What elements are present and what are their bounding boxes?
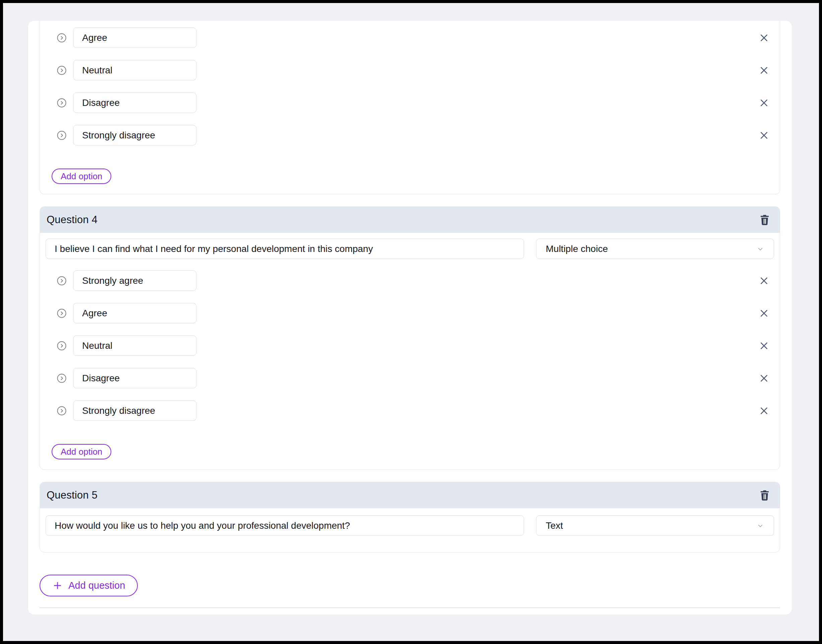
option-row bbox=[46, 336, 774, 356]
remove-option-icon[interactable] bbox=[759, 98, 769, 108]
option-row bbox=[46, 92, 774, 113]
option-input[interactable] bbox=[73, 303, 197, 324]
option-row bbox=[46, 303, 774, 324]
option-row bbox=[46, 28, 774, 48]
remove-option-icon[interactable] bbox=[759, 130, 769, 140]
question-row: Text bbox=[46, 515, 774, 536]
option-input[interactable] bbox=[73, 336, 197, 356]
option-row bbox=[46, 368, 774, 388]
options-list bbox=[46, 28, 774, 146]
remove-option-icon[interactable] bbox=[759, 276, 769, 286]
chevron-down-icon bbox=[756, 244, 765, 254]
remove-option-icon[interactable] bbox=[759, 33, 769, 43]
add-question-button[interactable]: Add question bbox=[40, 575, 138, 596]
chevron-right-circle-icon[interactable] bbox=[57, 65, 67, 75]
option-row bbox=[46, 270, 774, 291]
chevron-right-circle-icon[interactable] bbox=[57, 276, 67, 286]
question-card-3: Add option bbox=[40, 21, 780, 194]
question-type-value: Multiple choice bbox=[546, 244, 608, 254]
question-card-4: Question 4 Multiple choice bbox=[40, 206, 780, 470]
chevron-right-circle-icon[interactable] bbox=[57, 98, 67, 108]
remove-option-icon[interactable] bbox=[759, 373, 769, 383]
remove-option-icon[interactable] bbox=[759, 308, 769, 318]
question-type-value: Text bbox=[546, 520, 563, 531]
options-list bbox=[46, 270, 774, 421]
option-row bbox=[46, 60, 774, 80]
option-row bbox=[46, 125, 774, 146]
question-text-input[interactable] bbox=[46, 515, 524, 536]
option-input[interactable] bbox=[73, 368, 197, 388]
question-type-select[interactable]: Text bbox=[536, 515, 774, 536]
question-row: Multiple choice bbox=[46, 239, 774, 259]
plus-icon bbox=[52, 580, 63, 591]
option-row bbox=[46, 400, 774, 421]
chevron-right-circle-icon[interactable] bbox=[57, 33, 67, 43]
chevron-right-circle-icon[interactable] bbox=[57, 130, 67, 140]
delete-question-button[interactable] bbox=[759, 214, 771, 226]
add-option-button[interactable]: Add option bbox=[52, 169, 111, 184]
question-text-input[interactable] bbox=[46, 239, 524, 259]
remove-option-icon[interactable] bbox=[759, 65, 769, 75]
question-card-header: Question 4 bbox=[40, 207, 780, 233]
chevron-down-icon bbox=[756, 521, 765, 531]
chevron-right-circle-icon[interactable] bbox=[57, 341, 67, 351]
add-question-label: Add question bbox=[68, 580, 125, 591]
remove-option-icon[interactable] bbox=[759, 341, 769, 351]
question-card-header: Question 5 bbox=[40, 482, 780, 508]
survey-editor-panel: Add option Question 4 Multiple choice bbox=[28, 21, 792, 615]
question-card-5: Question 5 Text bbox=[40, 482, 780, 552]
option-input[interactable] bbox=[73, 92, 197, 113]
delete-question-button[interactable] bbox=[759, 489, 771, 501]
add-option-button[interactable]: Add option bbox=[52, 444, 111, 459]
question-card-title: Question 4 bbox=[47, 214, 98, 226]
chevron-right-circle-icon[interactable] bbox=[57, 406, 67, 416]
remove-option-icon[interactable] bbox=[759, 406, 769, 416]
chevron-right-circle-icon[interactable] bbox=[57, 373, 67, 383]
option-input[interactable] bbox=[73, 125, 197, 146]
question-type-select[interactable]: Multiple choice bbox=[536, 239, 774, 259]
question-card-body: Multiple choice bbox=[40, 239, 780, 469]
option-input[interactable] bbox=[73, 270, 197, 291]
option-input[interactable] bbox=[73, 28, 197, 48]
trash-icon bbox=[759, 489, 771, 501]
footer-divider bbox=[40, 607, 780, 608]
option-input[interactable] bbox=[73, 60, 197, 80]
option-input[interactable] bbox=[73, 400, 197, 421]
trash-icon bbox=[759, 214, 771, 226]
question-card-body: Add option bbox=[40, 28, 780, 194]
chevron-right-circle-icon[interactable] bbox=[57, 308, 67, 318]
question-card-title: Question 5 bbox=[47, 489, 98, 501]
question-card-body: Text bbox=[40, 515, 780, 552]
